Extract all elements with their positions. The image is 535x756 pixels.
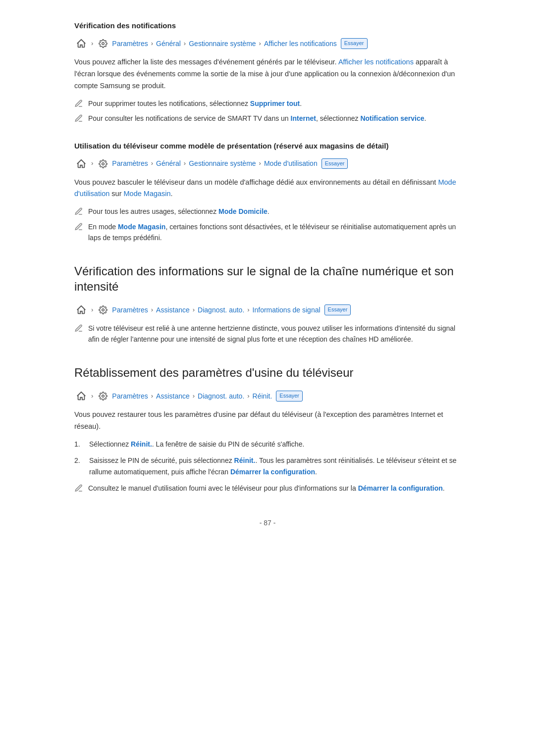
- breadcrumb-reinit-link[interactable]: Réinit.: [253, 391, 272, 402]
- breadcrumb-gestionnaire-2[interactable]: Gestionnaire système: [189, 158, 256, 169]
- link-demarrer-config-2[interactable]: Démarrer la configuration: [358, 484, 443, 492]
- breadcrumb-afficher-notifications[interactable]: Afficher les notifications: [264, 38, 337, 49]
- gear-icon-3: [96, 303, 110, 317]
- bullet-supprimer-tout: Pour supprimer toutes les notifications,…: [74, 98, 461, 109]
- section-title-utilisation: Utilisation du téléviseur comme modèle d…: [74, 140, 461, 152]
- link-notification-service[interactable]: Notification service: [360, 114, 424, 122]
- ordered-text-1: Sélectionnez Réinit.. La fenêtre de sais…: [89, 439, 304, 450]
- breadcrumb-general-1[interactable]: Général: [156, 38, 181, 49]
- gear-icon-4: [96, 389, 110, 403]
- bullets-signal: Si votre téléviseur est relié à une ante…: [74, 323, 461, 345]
- svg-point-3: [102, 395, 105, 398]
- breadcrumb-utilisation: › Paramètres › Général › Gestionnaire sy…: [74, 157, 461, 171]
- pencil-icon-2: [74, 114, 83, 123]
- ordered-item-1: 1. Sélectionnez Réinit.. La fenêtre de s…: [74, 439, 461, 450]
- gear-icon-2: [96, 157, 110, 171]
- ordered-text-2: Saisissez le PIN de sécurité, puis sélec…: [89, 455, 461, 478]
- pencil-icon-4: [74, 222, 83, 231]
- pencil-icon-5: [74, 324, 83, 333]
- breadcrumb-mode-utilisation[interactable]: Mode d'utilisation: [264, 158, 318, 169]
- link-mode-domicile[interactable]: Mode Domicile: [218, 207, 268, 215]
- breadcrumb-parametres-2[interactable]: Paramètres: [112, 158, 148, 169]
- bullet-signal-info: Si votre téléviseur est relié à une ante…: [74, 323, 461, 345]
- bullet-text-6: Consultez le manuel d'utilisation fourni…: [88, 483, 445, 494]
- bullet-reinit-manuel: Consultez le manuel d'utilisation fourni…: [74, 483, 461, 494]
- breadcrumb-parametres-1[interactable]: Paramètres: [112, 38, 148, 49]
- bullet-text-4: En mode Mode Magasin, certaines fonction…: [88, 221, 461, 244]
- section-reinit: Rétablissement des paramètres d'usine du…: [74, 365, 461, 494]
- breadcrumb-notifications: › Paramètres › Général › Gestionnaire sy…: [74, 37, 461, 50]
- ordered-num-2: 2.: [74, 455, 84, 466]
- gear-icon-1: [96, 37, 110, 50]
- breadcrumb-diagnost-1[interactable]: Diagnost. auto.: [198, 304, 244, 315]
- page-number: - 87 -: [74, 517, 461, 528]
- page-content: Vérification des notifications › Paramèt…: [45, 0, 490, 558]
- body-text-reinit: Vous pouvez restaurer tous les paramètre…: [74, 409, 461, 433]
- link-demarrer-config-1[interactable]: Démarrer la configuration: [230, 468, 315, 476]
- section-title-signal: Vérification des informations sur le sig…: [74, 263, 461, 294]
- link-reinit-2[interactable]: Réinit.: [234, 456, 256, 464]
- breadcrumb-reinit: › Paramètres › Assistance › Diagnost. au…: [74, 389, 461, 403]
- essayer-badge-3: Essayer: [324, 304, 351, 315]
- bullet-text-5: Si votre téléviseur est relié à une ante…: [88, 323, 461, 345]
- breadcrumb-parametres-3[interactable]: Paramètres: [112, 304, 148, 315]
- breadcrumb-signal: › Paramètres › Assistance › Diagnost. au…: [74, 303, 461, 317]
- sep1: ›: [91, 39, 93, 49]
- link-mode-magasin-2[interactable]: Mode Magasin: [118, 223, 165, 231]
- home-icon-4: [74, 389, 88, 403]
- breadcrumb-diagnost-2[interactable]: Diagnost. auto.: [198, 391, 244, 402]
- bullet-notification-service: Pour consulter les notifications de serv…: [74, 113, 461, 124]
- essayer-badge-1: Essayer: [341, 38, 368, 49]
- link-internet[interactable]: Internet: [291, 114, 316, 122]
- bullet-mode-domicile: Pour tous les autres usages, sélectionne…: [74, 206, 461, 217]
- svg-point-0: [102, 43, 105, 45]
- home-icon-3: [74, 303, 88, 317]
- section-title-reinit: Rétablissement des paramètres d'usine du…: [74, 365, 461, 380]
- breadcrumb-informations-signal[interactable]: Informations de signal: [253, 304, 321, 315]
- link-supprimer-tout[interactable]: Supprimer tout: [250, 100, 300, 107]
- home-icon: [74, 37, 88, 50]
- ordered-item-2: 2. Saisissez le PIN de sécurité, puis sé…: [74, 455, 461, 478]
- ordered-list-reinit: 1. Sélectionnez Réinit.. La fenêtre de s…: [74, 439, 461, 478]
- breadcrumb-gestionnaire-1[interactable]: Gestionnaire système: [189, 38, 256, 49]
- home-icon-2: [74, 157, 88, 171]
- link-mode-magasin-1[interactable]: Mode Magasin: [124, 190, 171, 198]
- section-title-verification-notifications: Vérification des notifications: [74, 20, 461, 32]
- body-text-utilisation: Vous pouvez basculer le téléviseur dans …: [74, 177, 461, 201]
- breadcrumb-general-2[interactable]: Général: [156, 158, 181, 169]
- bullets-notifications: Pour supprimer toutes les notifications,…: [74, 98, 461, 124]
- bullets-reinit: Consultez le manuel d'utilisation fourni…: [74, 483, 461, 494]
- essayer-badge-2: Essayer: [321, 158, 348, 169]
- breadcrumb-assistance-1[interactable]: Assistance: [156, 304, 190, 315]
- essayer-badge-4: Essayer: [276, 391, 303, 402]
- section-verification-notifications: Vérification des notifications › Paramèt…: [74, 20, 461, 124]
- pencil-icon-3: [74, 207, 83, 216]
- breadcrumb-assistance-2[interactable]: Assistance: [156, 391, 190, 402]
- pencil-icon-6: [74, 484, 83, 493]
- bullet-text-3: Pour tous les autres usages, sélectionne…: [88, 206, 269, 217]
- link-afficher-notifications[interactable]: Afficher les notifications: [338, 58, 414, 66]
- svg-point-1: [102, 162, 105, 165]
- bullet-text-2: Pour consulter les notifications de serv…: [88, 113, 426, 124]
- ordered-num-1: 1.: [74, 439, 84, 450]
- section-signal: Vérification des informations sur le sig…: [74, 263, 461, 345]
- section-utilisation-modele: Utilisation du téléviseur comme modèle d…: [74, 140, 461, 244]
- svg-point-2: [102, 309, 105, 311]
- body-text-notifications: Vous pouvez afficher la liste des messag…: [74, 56, 461, 92]
- bullet-mode-magasin-info: En mode Mode Magasin, certaines fonction…: [74, 221, 461, 244]
- breadcrumb-parametres-4[interactable]: Paramètres: [112, 391, 148, 402]
- bullet-text-1: Pour supprimer toutes les notifications,…: [88, 98, 302, 109]
- bullets-utilisation: Pour tous les autres usages, sélectionne…: [74, 206, 461, 243]
- pencil-icon-1: [74, 99, 83, 108]
- link-reinit-1[interactable]: Réinit.: [131, 440, 152, 448]
